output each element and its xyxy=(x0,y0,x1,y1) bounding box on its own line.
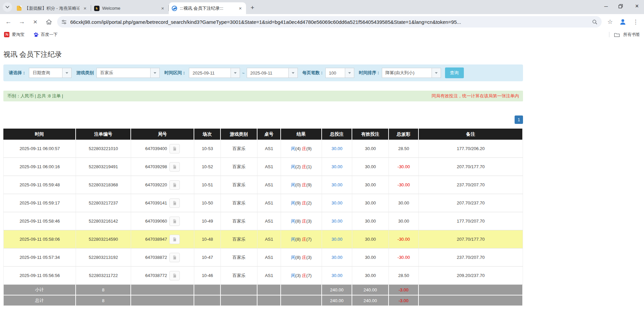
date-from-select[interactable]: 2025-09-11 xyxy=(189,68,240,78)
total-bet-link[interactable]: 30.00 xyxy=(331,255,343,260)
cell-payout: -30.00 xyxy=(389,176,419,194)
cell-total-bet[interactable]: 30.00 xyxy=(322,176,352,194)
dropdown-arrow-icon[interactable] xyxy=(345,68,354,78)
dropdown-arrow-icon[interactable] xyxy=(231,68,240,78)
home-button[interactable] xyxy=(44,17,54,27)
dropdown-arrow-icon[interactable] xyxy=(432,68,441,78)
summary-cell: 总计 xyxy=(3,295,76,306)
page-size-value: 100 xyxy=(326,71,345,76)
dropdown-arrow-icon[interactable] xyxy=(288,68,297,78)
video-replay-button[interactable] xyxy=(169,162,180,172)
query-mode-select[interactable]: 日期查询 xyxy=(29,68,72,78)
cell-total-bet[interactable]: 30.00 xyxy=(322,248,352,267)
forward-button[interactable]: → xyxy=(17,17,27,27)
column-header: 注单编号 xyxy=(76,129,131,140)
filter-bar: 请选择： 日期查询 游戏类别 百家乐 时间区间： 2025-09-11 ~ 20… xyxy=(3,64,523,81)
bookmark-baidu[interactable]: 百度一下 xyxy=(33,32,58,38)
table-row[interactable]: 2025-09-11 06:00:57522803221010647039400… xyxy=(3,140,523,158)
maximize-button[interactable] xyxy=(618,4,625,8)
total-bet-link[interactable]: 30.00 xyxy=(331,200,343,205)
cell-total-bet[interactable]: 30.00 xyxy=(322,230,352,248)
taobao-icon: 淘 xyxy=(4,32,9,37)
table-row[interactable]: 2025-09-11 05:56:56522803211722647038772… xyxy=(3,267,523,285)
page-1-button[interactable]: 1 xyxy=(515,115,523,124)
cell-bet-id: 522803221010 xyxy=(76,140,131,158)
tab-search-button[interactable] xyxy=(3,2,12,12)
table-row[interactable]: 2025-09-11 05:59:17522803217237647039141… xyxy=(3,194,523,212)
total-bet-link[interactable]: 30.00 xyxy=(331,146,343,151)
tab-close-icon[interactable]: × xyxy=(82,5,88,11)
tab-close-icon[interactable]: × xyxy=(237,5,243,11)
cell-note: 237.70/207.70 xyxy=(419,176,523,194)
video-replay-button[interactable] xyxy=(169,217,180,226)
total-bet-link[interactable]: 30.00 xyxy=(331,273,343,278)
bookmarks-divider xyxy=(609,32,609,37)
stop-loading-button[interactable]: × xyxy=(30,17,40,27)
cell-time: 2025-09-11 05:58:46 xyxy=(3,212,76,230)
page-size-select[interactable]: 100 xyxy=(325,68,354,78)
zoom-icon[interactable] xyxy=(592,19,598,25)
summary-cell xyxy=(131,295,194,306)
cell-note: 207.70/177.70 xyxy=(419,158,523,176)
total-bet-link[interactable]: 30.00 xyxy=(331,182,343,187)
cell-round: 647039298 xyxy=(131,158,194,176)
game-type-label: 游戏类别 xyxy=(76,70,94,76)
player-result: 闲 xyxy=(291,255,295,260)
url-text[interactable]: 66cxkj98.com/ipl/portal.php/game/betreco… xyxy=(70,19,589,25)
cell-game-type: 百家乐 xyxy=(221,267,257,285)
close-window-button[interactable]: × xyxy=(634,3,640,10)
table-row[interactable]: 2025-09-11 05:57:34522803213192647038872… xyxy=(3,248,523,267)
table-row[interactable]: 2025-09-11 05:59:48522803218368647039220… xyxy=(3,176,523,194)
site-info-icon[interactable] xyxy=(61,19,67,25)
cell-table-no: AS1 xyxy=(257,158,281,176)
total-bet-link[interactable]: 30.00 xyxy=(331,237,343,242)
cell-total-bet[interactable]: 30.00 xyxy=(322,194,352,212)
cell-bet-id: 522803216142 xyxy=(76,212,131,230)
browser-menu-button[interactable]: ⋮ xyxy=(631,17,641,27)
bookmark-star-icon[interactable]: ☆ xyxy=(605,17,615,27)
tab-close-icon[interactable]: × xyxy=(160,5,166,11)
minimize-button[interactable]: ─ xyxy=(603,3,609,9)
video-replay-button[interactable] xyxy=(169,144,180,153)
sort-order-select[interactable]: 降冪(由大到小) xyxy=(382,68,441,78)
video-replay-button[interactable] xyxy=(169,198,180,208)
cell-total-bet[interactable]: 30.00 xyxy=(322,158,352,176)
summary-cell xyxy=(194,295,221,306)
cell-total-bet[interactable]: 30.00 xyxy=(322,140,352,158)
address-bar[interactable]: 66cxkj98.com/ipl/portal.php/game/betreco… xyxy=(57,16,602,28)
tab-betrecord-active[interactable]: :::视讯 会员下注纪录::: × xyxy=(169,2,246,14)
dropdown-arrow-icon[interactable] xyxy=(150,68,159,78)
date-to-select[interactable]: 2025-09-11 xyxy=(247,68,298,78)
video-replay-button[interactable] xyxy=(169,180,180,190)
game-type-select[interactable]: 百家乐 xyxy=(96,68,160,78)
page-content: 视讯 会员下注纪录 请选择： 日期查询 游戏类别 百家乐 时间区间： 2025-… xyxy=(0,50,644,306)
profile-avatar[interactable] xyxy=(618,17,627,26)
summary-cell xyxy=(419,285,523,295)
banker-result: 庄 xyxy=(302,255,306,260)
date-from-value: 2025-09-11 xyxy=(189,71,231,76)
video-replay-button[interactable] xyxy=(169,253,180,262)
tab-title: :::视讯 会员下注纪录::: xyxy=(180,5,235,11)
video-replay-button[interactable] xyxy=(169,271,180,280)
new-tab-button[interactable]: + xyxy=(248,3,257,12)
dropdown-arrow-icon[interactable] xyxy=(62,68,71,78)
all-bookmarks-button[interactable]: 所有书签 xyxy=(623,32,640,38)
table-row[interactable]: 2025-09-11 05:58:46522803216142647039060… xyxy=(3,212,523,230)
cell-total-bet[interactable]: 30.00 xyxy=(322,267,352,285)
video-replay-button[interactable] xyxy=(169,235,180,244)
tab-welcome[interactable]: ♞ Welcome × xyxy=(91,2,168,14)
cell-valid-bet: 30.00 xyxy=(352,230,389,248)
query-button[interactable]: 查询 xyxy=(445,67,464,78)
table-row[interactable]: 2025-09-11 06:00:16522803219491647039298… xyxy=(3,158,523,176)
cell-payout: -30.00 xyxy=(389,158,419,176)
bookmark-aitaobao[interactable]: 淘 爱淘宝 xyxy=(4,32,25,38)
total-bet-link[interactable]: 30.00 xyxy=(331,164,343,169)
cell-game-type: 百家乐 xyxy=(221,176,257,194)
summary-cell: 8 xyxy=(76,295,131,306)
table-row[interactable]: 2025-09-11 05:58:06522803214590647038947… xyxy=(3,230,523,248)
tab-forum[interactable]: 【新提醒】积分 - 海燕策略论坛 × xyxy=(13,2,91,14)
cell-total-bet[interactable]: 30.00 xyxy=(322,212,352,230)
back-button[interactable]: ← xyxy=(3,17,13,27)
banker-result: 庄 xyxy=(302,182,306,187)
total-bet-link[interactable]: 30.00 xyxy=(331,219,343,224)
